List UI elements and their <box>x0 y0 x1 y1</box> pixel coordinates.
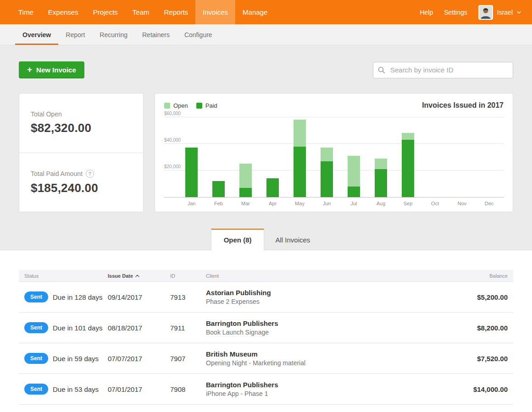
sub-nav: Overview Report Recurring Retainers Conf… <box>0 24 532 45</box>
table-row[interactable]: Sent Due in 128 days 09/14/2017 7913 Ast… <box>19 282 513 313</box>
new-invoice-label: New Invoice <box>36 66 76 74</box>
project-name: iPhone App - Phase 1 <box>206 390 434 397</box>
nav-item-projects[interactable]: Projects <box>86 0 125 24</box>
top-nav: Time Expenses Projects Team Reports Invo… <box>0 0 532 24</box>
invoice-id: 7908 <box>165 385 200 393</box>
table-header-row: Status Issue Date ID Client Balance <box>19 270 513 282</box>
tab-open[interactable]: Open (8) <box>211 229 265 250</box>
bar-segment-open <box>402 133 414 140</box>
search-input[interactable] <box>373 62 513 78</box>
invoice-id: 7911 <box>165 324 200 332</box>
bar-segment-open <box>294 120 306 146</box>
due-text: Due in 53 days <box>53 385 99 393</box>
chart-header: Open Paid Invoices Issued in 2017 <box>164 101 504 110</box>
table-row[interactable]: Sent Due in 53 days 07/01/2017 7908 Barr… <box>19 374 513 405</box>
status-badge: Sent <box>24 322 48 333</box>
col-header-id[interactable]: ID <box>165 273 200 279</box>
legend-paid-label: Paid <box>205 102 217 109</box>
col-header-issue-date[interactable]: Issue Date <box>102 273 165 279</box>
bar-jan <box>185 148 198 197</box>
issue-date: 07/07/2017 <box>102 355 165 363</box>
bar-segment-paid <box>321 161 333 198</box>
issue-date-header-label: Issue Date <box>108 273 133 279</box>
nav-item-team[interactable]: Team <box>125 0 157 24</box>
issue-date: 08/18/2017 <box>102 324 165 332</box>
invoice-id: 7913 <box>165 293 200 301</box>
x-axis-label: Mar <box>239 201 252 206</box>
sort-asc-icon <box>135 275 139 277</box>
balance: $5,200.00 <box>440 293 513 301</box>
x-axis-label: Feb <box>212 201 225 206</box>
chevron-down-icon <box>517 11 521 14</box>
bar-segment-paid <box>348 187 360 197</box>
chart-area: $20,000$40,000$60,000 <box>164 116 504 197</box>
table-row[interactable]: Sent Due in 59 days 07/07/2017 7907 Brit… <box>19 343 513 374</box>
total-open-value: $82,320.00 <box>31 121 132 135</box>
status-badge: Sent <box>24 353 48 364</box>
project-name: Book Launch Signage <box>206 329 434 336</box>
chart-legend: Open Paid <box>164 102 217 109</box>
project-name: Opening Night - Marketing material <box>206 359 434 367</box>
nav-item-time[interactable]: Time <box>11 0 41 24</box>
col-header-status[interactable]: Status <box>19 273 102 279</box>
invoice-tabs: Open (8) All Invoices <box>19 229 513 250</box>
tab-all-invoices[interactable]: All Invoices <box>264 229 321 250</box>
balance: $8,200.00 <box>440 324 513 332</box>
col-header-client[interactable]: Client <box>200 273 440 279</box>
balance: $14,000.00 <box>440 385 513 393</box>
due-text: Due in 101 days <box>53 324 102 332</box>
bar-apr <box>266 178 279 197</box>
bar-segment-open <box>348 156 360 187</box>
bar-jul <box>348 156 360 197</box>
summary-and-chart: Total Open $82,320.00 Total Paid Amount … <box>19 93 513 212</box>
subnav-item-overview[interactable]: Overview <box>15 24 58 45</box>
x-axis-label: Apr <box>266 201 279 206</box>
x-axis-label: Dec <box>483 201 495 206</box>
nav-item-manage[interactable]: Manage <box>235 0 275 24</box>
bar-segment-paid <box>294 147 306 197</box>
bar-feb <box>212 181 225 197</box>
nav-item-invoices[interactable]: Invoices <box>195 0 235 24</box>
subnav-item-recurring[interactable]: Recurring <box>92 24 135 45</box>
totals-card: Total Open $82,320.00 Total Paid Amount … <box>19 93 144 212</box>
settings-link[interactable]: Settings <box>444 9 467 16</box>
subnav-item-configure[interactable]: Configure <box>177 24 220 45</box>
y-axis-label: $20,000 <box>164 164 181 169</box>
nav-item-reports[interactable]: Reports <box>157 0 196 24</box>
bar-segment-paid <box>239 188 252 197</box>
bar-segment-open <box>321 148 333 161</box>
due-text: Due in 59 days <box>53 355 99 363</box>
balance: $7,520.00 <box>440 355 513 363</box>
invoices-table: Status Issue Date ID Client Balance Sent… <box>19 270 513 405</box>
user-menu[interactable]: Israel <box>478 5 521 20</box>
chart-plot <box>185 116 495 197</box>
project-name: Phase 2 Expenses <box>206 298 434 305</box>
new-invoice-button[interactable]: + New Invoice <box>19 61 84 78</box>
bar-segment-paid <box>402 140 414 197</box>
subnav-item-report[interactable]: Report <box>58 24 92 45</box>
client-name: Barrington Publishers <box>206 319 434 327</box>
invoice-list-section: Status Issue Date ID Client Balance Sent… <box>0 250 532 412</box>
total-open-block: Total Open $82,320.00 <box>19 93 143 153</box>
bar-segment-paid <box>266 178 279 197</box>
nav-item-expenses[interactable]: Expenses <box>41 0 86 24</box>
paid-swatch-icon <box>196 103 202 109</box>
subnav-item-retainers[interactable]: Retainers <box>135 24 177 45</box>
x-axis-label: May <box>294 201 306 206</box>
bar-segment-paid <box>212 181 225 197</box>
legend-paid: Paid <box>196 102 217 109</box>
col-header-balance[interactable]: Balance <box>440 273 513 279</box>
total-open-label: Total Open <box>31 110 132 118</box>
help-link[interactable]: Help <box>420 9 433 16</box>
y-axis-label: $60,000 <box>164 111 181 116</box>
bar-segment-paid <box>185 148 198 197</box>
toolbar: + New Invoice <box>19 45 513 78</box>
due-text: Due in 128 days <box>53 293 102 301</box>
table-row[interactable]: Sent Due in 101 days 08/18/2017 7911 Bar… <box>19 313 513 343</box>
x-axis-label: Nov <box>456 201 468 206</box>
total-paid-label: Total Paid Amount <box>31 170 83 177</box>
help-icon[interactable]: ? <box>86 170 94 178</box>
nav-right: Help Settings Israel <box>420 0 521 24</box>
client-name: Astorian Publishing <box>206 289 434 297</box>
user-avatar <box>478 5 493 20</box>
